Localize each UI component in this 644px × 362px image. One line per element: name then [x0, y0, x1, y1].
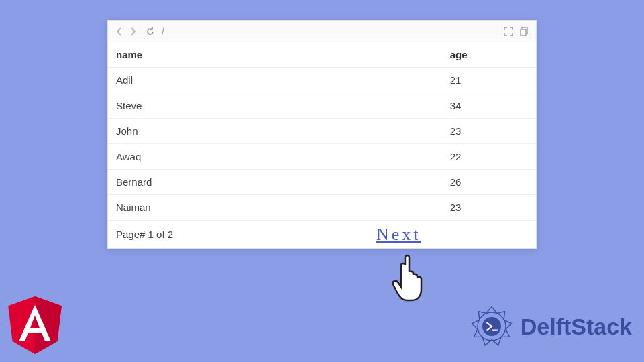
table-header-row: name age	[108, 42, 536, 68]
delftstack-label: DelftStack	[521, 314, 632, 340]
copy-icon[interactable]	[519, 25, 531, 38]
table-row: Naiman 23	[108, 195, 536, 221]
pagination-row: Page# 1 of 2 Next	[108, 221, 536, 249]
app-panel: / name age Adil 21 Steve 34 John	[107, 20, 537, 249]
cell-age: 34	[442, 93, 536, 119]
pointer-cursor-icon	[386, 252, 433, 306]
table-row: Steve 34	[108, 93, 536, 119]
cell-name: Bernard	[108, 170, 442, 195]
refresh-icon[interactable]	[144, 25, 156, 38]
next-link[interactable]: Next	[376, 225, 421, 245]
cell-age: 22	[442, 144, 536, 170]
cell-age: 23	[442, 195, 536, 221]
toolbar: /	[108, 21, 536, 42]
cell-name: Adil	[108, 68, 442, 93]
breadcrumb-path: /	[162, 26, 164, 37]
table-row: Adil 21	[108, 68, 536, 93]
table-row: Awaq 22	[108, 144, 536, 170]
cell-name: John	[108, 119, 442, 144]
table-row: Bernard 26	[108, 170, 536, 195]
page-info: Page# 1 of 2	[116, 229, 173, 240]
nav-back-icon[interactable]	[113, 25, 125, 38]
cell-name: Steve	[108, 93, 442, 119]
col-header-name: name	[108, 42, 442, 68]
cell-name: Naiman	[108, 195, 442, 221]
svg-rect-1	[521, 29, 526, 36]
cell-age: 26	[442, 170, 536, 195]
cell-age: 21	[442, 68, 536, 93]
cell-name: Awaq	[108, 144, 442, 170]
data-table: name age Adil 21 Steve 34 John 23 Awaq 2…	[108, 42, 536, 248]
expand-icon[interactable]	[502, 25, 515, 38]
angular-logo-icon	[8, 296, 62, 354]
col-header-age: age	[442, 42, 536, 68]
table-row: John 23	[108, 119, 536, 144]
delftstack-emblem-icon	[468, 303, 515, 350]
cell-age: 23	[442, 119, 536, 144]
nav-forward-icon[interactable]	[127, 25, 139, 38]
delftstack-brand: DelftStack	[468, 303, 632, 350]
